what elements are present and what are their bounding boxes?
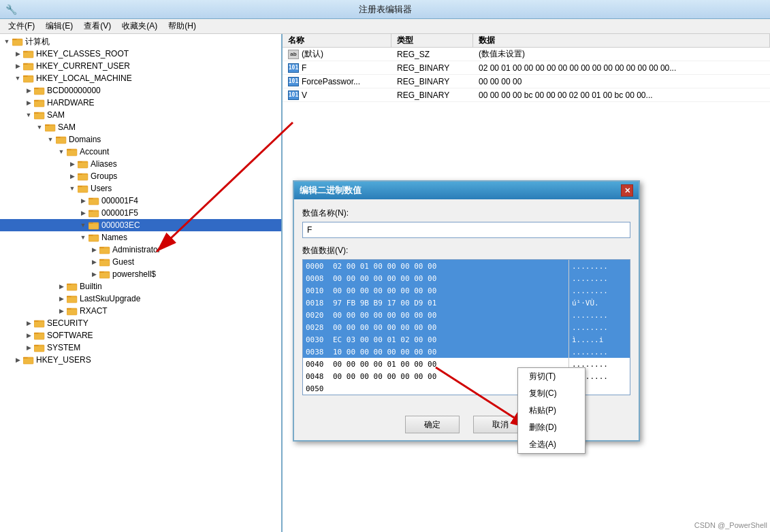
node-label: Guest — [112, 256, 134, 268]
tree-node-hkcu[interactable]: ▶ HKEY_CURRENT_USER — [0, 60, 281, 72]
tree-node-account[interactable]: ▼ Account — [0, 146, 281, 158]
expand-icon[interactable]: ▶ — [56, 293, 67, 304]
expand-icon[interactable]: ▶ — [56, 281, 67, 292]
expand-icon[interactable]: ▶ — [89, 256, 99, 267]
expand-icon[interactable]: ▼ — [67, 183, 78, 194]
tree-node-guest[interactable]: ▶ Guest — [0, 256, 281, 268]
context-menu-item[interactable]: 剪切(T) — [518, 368, 585, 385]
tree-node-u3[interactable]: ▼ 000003EC — [0, 219, 281, 231]
expand-icon[interactable]: ▶ — [67, 159, 78, 169]
value-row[interactable]: 101VREG_BINARY00 00 00 00 bc 00 00 00 02… — [283, 88, 770, 102]
context-menu[interactable]: 剪切(T)复制(C)粘贴(P)删除(D)全选(A) — [517, 367, 585, 454]
expand-icon[interactable]: ▶ — [12, 61, 23, 71]
expand-icon[interactable]: ▼ — [78, 232, 89, 243]
tree-node-bcd[interactable]: ▶ BCD00000000 — [0, 84, 281, 97]
tree-node-computer[interactable]: ▼ 计算机 — [0, 35, 281, 48]
hex-row[interactable]: 001000 00 00 00 00 00 00 00 — [303, 284, 568, 297]
context-menu-item[interactable]: 删除(D) — [518, 419, 585, 436]
folder-icon — [23, 61, 34, 71]
tree-node-pshell[interactable]: ▶ powershell$ — [0, 268, 281, 280]
expand-icon[interactable]: ▶ — [23, 318, 34, 329]
value-name-cell: ab(默认) — [283, 48, 391, 61]
svg-rect-5 — [23, 64, 33, 65]
hex-row[interactable]: 0030EC 03 00 00 01 02 00 00 — [303, 333, 568, 346]
name-input[interactable] — [302, 222, 630, 238]
folder-icon — [67, 306, 78, 316]
context-menu-item[interactable]: 复制(C) — [518, 385, 585, 402]
expand-icon[interactable]: ▼ — [45, 134, 56, 145]
expand-icon[interactable]: ▼ — [23, 110, 34, 120]
tree-node-aliases[interactable]: ▶ Aliases — [0, 158, 281, 170]
expand-icon[interactable]: ▶ — [89, 244, 99, 255]
hex-row[interactable]: 000800 00 00 00 00 00 00 00 — [303, 272, 568, 284]
expand-icon[interactable]: ▶ — [78, 207, 89, 218]
expand-icon[interactable]: ▶ — [12, 48, 23, 59]
expand-icon[interactable]: ▶ — [67, 171, 78, 182]
tree-node-domains[interactable]: ▼ Domains — [0, 133, 281, 146]
menu-item[interactable]: 帮助(H) — [163, 19, 202, 33]
node-label: Administrator — [112, 244, 161, 256]
hex-bytes: 00 00 00 00 00 00 00 00 — [330, 274, 568, 283]
expand-icon[interactable]: ▶ — [23, 330, 34, 341]
tree-node-names[interactable]: ▼ Names — [0, 231, 281, 244]
folder-icon — [34, 86, 45, 95]
menu-item[interactable]: 收藏夹(A) — [116, 19, 163, 33]
value-name-cell: 101F — [283, 61, 391, 74]
svg-rect-15 — [45, 125, 55, 126]
tree-node-hku[interactable]: ▶ HKEY_USERS — [0, 354, 281, 366]
hex-row[interactable]: 002000 00 00 00 00 00 00 00 — [303, 309, 568, 321]
expand-icon[interactable]: ▶ — [56, 305, 67, 316]
hex-row[interactable]: 003810 00 00 00 00 00 00 00 — [303, 346, 568, 358]
context-menu-item[interactable]: 粘贴(P) — [518, 402, 585, 419]
tree-node-rxact[interactable]: ▶ RXACT — [0, 305, 281, 317]
tree-node-u1[interactable]: ▶ 000001F4 — [0, 195, 281, 207]
context-menu-item[interactable]: 全选(A) — [518, 436, 585, 453]
tree-node-groups[interactable]: ▶ Groups — [0, 170, 281, 182]
expand-icon[interactable]: ▼ — [78, 220, 89, 231]
menu-item[interactable]: 文件(F) — [3, 19, 40, 33]
hex-addr: 0030 — [303, 335, 330, 344]
tree-node-lastsku[interactable]: ▶ LastSkuUpgrade — [0, 293, 281, 305]
tree-node-system[interactable]: ▶ SYSTEM — [0, 342, 281, 354]
tree-node-users[interactable]: ▼ Users — [0, 182, 281, 195]
expand-icon[interactable]: ▼ — [1, 36, 12, 47]
tree-node-hkcr[interactable]: ▶ HKEY_CLASSES_ROOT — [0, 48, 281, 60]
folder-icon — [23, 49, 34, 59]
tree-node-sam2[interactable]: ▼ SAM — [0, 121, 281, 133]
tree-node-u2[interactable]: ▶ 000001F5 — [0, 207, 281, 219]
value-row[interactable]: 101ForcePasswor...REG_BINARY00 00 00 00 — [283, 75, 770, 88]
binary-icon: 101 — [288, 90, 299, 100]
tree-node-builtin[interactable]: ▶ Builtin — [0, 280, 281, 293]
tree-node-software[interactable]: ▶ SOFTWARE — [0, 329, 281, 342]
tree-node-security[interactable]: ▶ SECURITY — [0, 317, 281, 329]
expand-icon[interactable]: ▼ — [12, 73, 23, 84]
node-label: Aliases — [91, 158, 117, 170]
tree-node-sam[interactable]: ▼ SAM — [0, 109, 281, 121]
edit-binary-dialog[interactable]: 编辑二进制数值 ✕ 数值名称(N): 数值数据(V): 000002 00 01… — [293, 180, 640, 442]
menu-item[interactable]: 查看(V) — [78, 19, 116, 33]
ok-button[interactable]: 确定 — [405, 416, 460, 433]
dialog-close-button[interactable]: ✕ — [621, 184, 633, 197]
menu-item[interactable]: 编辑(E) — [40, 19, 78, 33]
hex-row[interactable]: 002800 00 00 00 00 00 00 00 — [303, 321, 568, 333]
folder-icon — [99, 269, 110, 279]
tree-node-hklm[interactable]: ▼ HKEY_LOCAL_MACHINE — [0, 72, 281, 84]
col-header-type: 类型 — [391, 34, 473, 47]
expand-icon[interactable]: ▶ — [23, 342, 34, 353]
expand-icon[interactable]: ▼ — [34, 122, 45, 133]
value-row[interactable]: 101FREG_BINARY02 00 01 00 00 00 00 00 00… — [283, 61, 770, 75]
node-label: RXACT — [80, 305, 108, 317]
tree-node-hardware[interactable]: ▶ HARDWARE — [0, 97, 281, 109]
tree-node-admin[interactable]: ▶ Administrator — [0, 244, 281, 256]
hex-ascii-row: ú¹·VÙ. — [569, 297, 630, 309]
expand-icon[interactable]: ▶ — [78, 195, 89, 206]
expand-icon[interactable]: ▶ — [23, 97, 34, 108]
expand-icon[interactable]: ▶ — [12, 354, 23, 365]
hex-row[interactable]: 000002 00 01 00 00 00 00 00 — [303, 260, 568, 272]
expand-icon[interactable]: ▶ — [89, 269, 99, 280]
value-row[interactable]: ab(默认)REG_SZ(数值未设置) — [283, 48, 770, 61]
hex-row[interactable]: 001897 FB 9B B9 17 00 D9 01 — [303, 297, 568, 309]
expand-icon[interactable]: ▶ — [23, 85, 34, 96]
node-label: SAM — [58, 121, 76, 133]
expand-icon[interactable]: ▼ — [56, 146, 67, 157]
